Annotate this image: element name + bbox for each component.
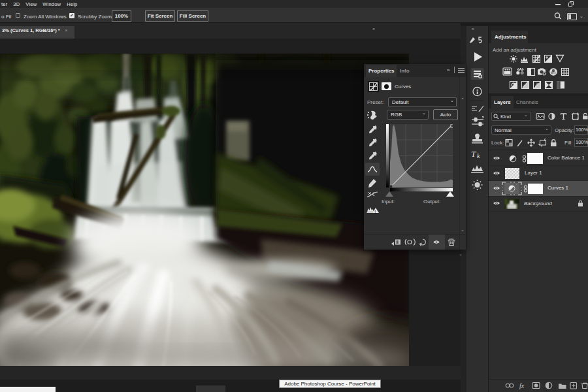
svg-text:T: T [471,149,476,159]
svg-text:!: ! [374,210,376,214]
svg-text:k: k [477,152,480,159]
svg-text:fx: fx [519,382,525,389]
